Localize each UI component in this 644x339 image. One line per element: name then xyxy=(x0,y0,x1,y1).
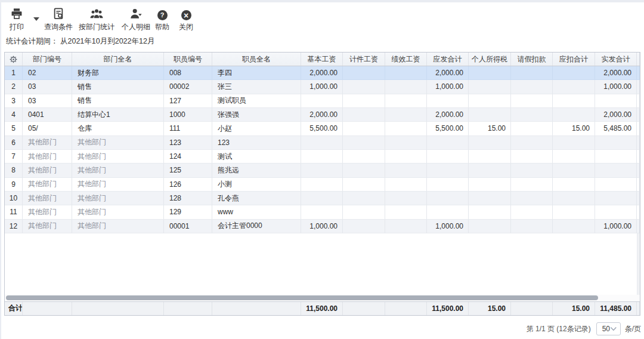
cell-r3-c8 xyxy=(427,94,469,108)
cell-r3-c5 xyxy=(301,94,343,108)
cell-r11-c2: 其他部门 xyxy=(72,205,164,219)
cell-r11-c10 xyxy=(511,205,553,219)
cell-r9-c3: 126 xyxy=(164,178,212,192)
toolbar: 打印 查询条件 按部门统计 xyxy=(0,5,644,33)
cell-r1-c4: 李四 xyxy=(212,66,301,80)
column-header-8[interactable]: 应发合计 xyxy=(427,53,469,66)
table-row-2[interactable]: 203销售00002张三1,000.001,000.001,000.00 xyxy=(5,80,640,94)
column-header-1[interactable]: 部门编号 xyxy=(23,53,72,66)
column-header-7[interactable]: 绩效工资 xyxy=(385,53,427,66)
gear-icon[interactable] xyxy=(9,55,18,64)
column-header-6[interactable]: 计件工资 xyxy=(343,53,385,66)
cell-r10-c5 xyxy=(301,192,343,205)
cell-r8-c8 xyxy=(427,164,469,177)
cell-r4-c8: 2,000.00 xyxy=(427,108,469,122)
cell-r2-c6 xyxy=(343,80,385,94)
row-number: 4 xyxy=(5,108,23,122)
cell-r9-c2: 其他部门 xyxy=(72,178,164,192)
total-cell-9: 15.00 xyxy=(469,302,511,315)
total-row: 合计11,500.0011,500.0015.0015.0011,485.00 xyxy=(5,301,640,315)
cell-r8-c2: 其他部门 xyxy=(72,164,164,177)
cell-r11-c4: www xyxy=(212,205,301,219)
cell-r5-c12: 5,485.00 xyxy=(595,122,637,135)
help-label: 帮助 xyxy=(155,22,169,32)
table-row-12[interactable]: 12其他部门其他部门00001会计主管00001,000.001,000.001… xyxy=(5,220,640,233)
vertical-scrollbar-track[interactable] xyxy=(637,233,640,295)
cell-r2-c9 xyxy=(469,80,511,94)
close-button[interactable]: × 关闭 xyxy=(179,7,193,32)
column-settings-cell[interactable] xyxy=(5,53,23,66)
cell-r6-c2: 其他部门 xyxy=(72,136,164,150)
table-empty-area xyxy=(5,233,640,295)
column-header-5[interactable]: 基本工资 xyxy=(301,53,343,66)
table-row-5[interactable]: 505/仓库111小赵5,500.005,500.0015.0015.005,4… xyxy=(5,122,640,135)
person-detail-button[interactable]: 个人明细 xyxy=(122,7,150,32)
column-header-12[interactable]: 实发合计 xyxy=(595,53,637,66)
row-number: 8 xyxy=(5,164,23,177)
horizontal-scrollbar[interactable] xyxy=(5,295,640,301)
row-filler-cell xyxy=(637,136,640,150)
cell-r10-c7 xyxy=(385,192,427,205)
row-number: 2 xyxy=(5,80,23,94)
cell-r3-c9 xyxy=(469,94,511,108)
cell-r10-c10 xyxy=(511,192,553,205)
cell-r10-c6 xyxy=(343,192,385,205)
cell-r4-c10 xyxy=(511,108,553,122)
cell-r6-c11 xyxy=(553,136,595,150)
query-conditions-button[interactable]: 查询条件 xyxy=(44,7,73,32)
cell-r2-c8: 1,000.00 xyxy=(427,80,469,94)
cell-r7-c10 xyxy=(511,150,553,164)
cell-r7-c12 xyxy=(595,150,637,164)
table-row-6[interactable]: 6其他部门其他部门123123 xyxy=(5,136,640,150)
row-number: 11 xyxy=(5,205,23,219)
column-header-10[interactable]: 请假扣款 xyxy=(511,53,553,66)
cell-r3-c3: 127 xyxy=(164,94,212,108)
table-row-11[interactable]: 11其他部门其他部门129www xyxy=(5,205,640,219)
page-size-value: 50 xyxy=(602,325,610,333)
print-button[interactable]: 打印 xyxy=(10,7,24,32)
cell-r11-c7 xyxy=(385,205,427,219)
department-stats-button[interactable]: 按部门统计 xyxy=(79,7,114,32)
table-row-4[interactable]: 40401结算中心11000张强强2,000.002,000.002,000.0… xyxy=(5,108,640,122)
cell-r5-c7 xyxy=(385,122,427,135)
cell-r10-c4: 孔令燕 xyxy=(212,192,301,205)
cell-r9-c6 xyxy=(343,178,385,192)
page-info: 第 1/1 页 (12条记录) xyxy=(527,324,591,334)
table-row-3[interactable]: 303销售127测试职员 xyxy=(5,94,640,108)
cell-r2-c7 xyxy=(385,80,427,94)
row-number: 6 xyxy=(5,136,23,150)
horizontal-scrollbar-thumb[interactable] xyxy=(6,295,598,300)
department-stats-label: 按部门统计 xyxy=(79,22,114,32)
cell-r7-c6 xyxy=(343,150,385,164)
page-size-select[interactable]: 50 xyxy=(596,322,621,335)
cell-r11-c6 xyxy=(343,205,385,219)
chevron-down-icon xyxy=(610,326,617,331)
column-header-4[interactable]: 职员全名 xyxy=(212,53,301,66)
print-dropdown-caret[interactable] xyxy=(33,17,39,21)
cell-r12-c12: 1,000.00 xyxy=(595,220,637,233)
column-header-3[interactable]: 职员编号 xyxy=(164,53,212,66)
cell-r4-c9 xyxy=(469,108,511,122)
cell-r11-c9 xyxy=(469,205,511,219)
header-filler-cell xyxy=(637,53,640,66)
cell-r7-c9 xyxy=(469,150,511,164)
window-top-edge xyxy=(0,0,644,2)
help-button[interactable]: ? 帮助 xyxy=(155,7,169,32)
cell-r1-c9 xyxy=(469,66,511,80)
page-unit: 条/页 xyxy=(625,324,641,334)
column-header-9[interactable]: 个人所得税 xyxy=(469,53,511,66)
cell-r9-c10 xyxy=(511,178,553,192)
table-row-9[interactable]: 9其他部门其他部门126小测 xyxy=(5,178,640,192)
column-header-2[interactable]: 部门全名 xyxy=(72,53,164,66)
table-header-row: 部门编号部门全名职员编号职员全名基本工资计件工资绩效工资应发合计个人所得税请假扣… xyxy=(5,53,640,66)
table-row-10[interactable]: 10其他部门其他部门128孔令燕 xyxy=(5,192,640,205)
table-row-1[interactable]: 102财务部008李四2,000.002,000.002,000.00 xyxy=(5,66,640,80)
cell-r10-c9 xyxy=(469,192,511,205)
department-stats-icon xyxy=(89,7,104,20)
cell-r4-c2: 结算中心1 xyxy=(72,108,164,122)
table-row-7[interactable]: 7其他部门其他部门124测试 xyxy=(5,150,640,164)
column-header-11[interactable]: 应扣合计 xyxy=(553,53,595,66)
cell-r3-c6 xyxy=(343,94,385,108)
cell-r4-c11 xyxy=(553,108,595,122)
table-row-8[interactable]: 8其他部门其他部门125熊兆远 xyxy=(5,164,640,177)
